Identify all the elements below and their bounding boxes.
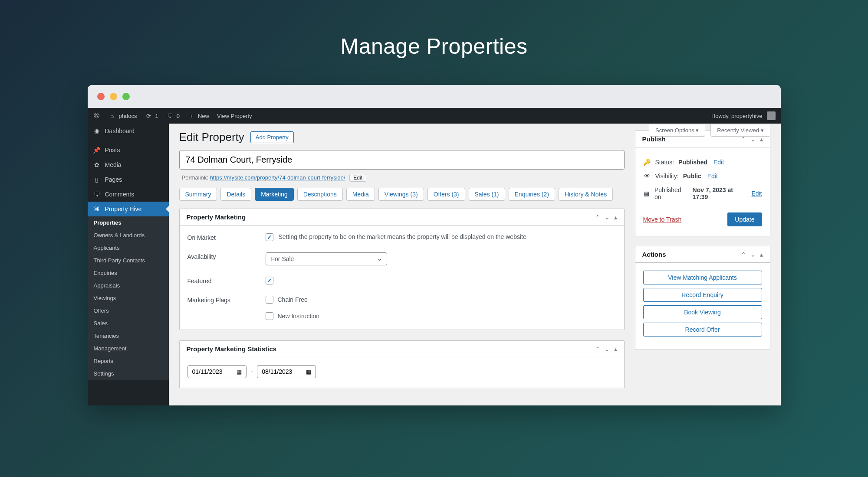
wp-logo[interactable]: ⓦ (93, 112, 101, 120)
comments-link[interactable]: 🗨0 (166, 113, 180, 119)
stats-postbox: Property Marketing Statistics ⌃ ⌄ ▴ 01/1… (179, 340, 625, 388)
record-offer-button[interactable]: Record Offer (643, 323, 762, 337)
sidebar-item-propertyhive[interactable]: ⌘Property Hive (88, 202, 169, 216)
move-down-icon[interactable]: ⌄ (605, 346, 610, 353)
screen-options-label: Screen Options (655, 127, 694, 134)
sidebar-item-dashboard[interactable]: ◉Dashboard (88, 124, 169, 138)
tab-summary[interactable]: Summary (179, 188, 217, 201)
move-up-icon[interactable]: ⌃ (741, 251, 746, 258)
media-icon: ✿ (93, 161, 101, 168)
collapse-icon[interactable]: ▴ (760, 251, 763, 258)
recently-viewed-label: Recently Viewed (717, 127, 759, 134)
site-name-link[interactable]: ⌂phdocs (108, 113, 137, 119)
tab-offers[interactable]: Offers (3) (427, 188, 465, 201)
tab-sales[interactable]: Sales (1) (469, 188, 505, 201)
status-edit-link[interactable]: Edit (713, 159, 724, 166)
book-viewing-button[interactable]: Book Viewing (643, 305, 762, 319)
move-to-trash-link[interactable]: Move to Trash (643, 216, 682, 223)
chain-free-checkbox[interactable] (266, 296, 273, 304)
browser-chrome (88, 85, 781, 108)
featured-checkbox[interactable] (266, 277, 273, 284)
tab-details[interactable]: Details (220, 188, 251, 201)
move-down-icon[interactable]: ⌄ (750, 251, 756, 258)
on-market-checkbox[interactable] (266, 233, 273, 241)
tab-media[interactable]: Media (346, 188, 375, 201)
sidebar-item-comments[interactable]: 🗨Comments (88, 187, 169, 202)
window-close-dot[interactable] (97, 93, 105, 100)
sidebar-sub-management[interactable]: Management (88, 342, 169, 355)
sidebar-sub-viewings[interactable]: Viewings (88, 292, 169, 304)
add-property-button[interactable]: Add Property (250, 131, 294, 143)
move-up-icon[interactable]: ⌃ (595, 346, 600, 353)
permalink-row: Permalink: https://mysite.com/property/7… (179, 170, 625, 188)
recently-viewed-tab[interactable]: Recently Viewed ▾ (710, 124, 770, 137)
calendar-icon: ▦ (643, 190, 650, 197)
key-icon: 🔑 (643, 159, 651, 166)
howdy-text[interactable]: Howdy, propertyhive (711, 113, 763, 119)
collapse-icon[interactable]: ▴ (614, 214, 617, 221)
update-button[interactable]: Update (727, 212, 762, 226)
move-down-icon[interactable]: ⌄ (605, 214, 610, 221)
plus-icon: + (187, 113, 195, 119)
sidebar-submenu: Properties Owners & Landlords Applicants… (88, 216, 169, 380)
published-edit-link[interactable]: Edit (751, 190, 762, 197)
comment-icon: 🗨 (93, 191, 101, 198)
visibility-edit-link[interactable]: Edit (707, 173, 718, 180)
sidebar-item-media[interactable]: ✿Media (88, 157, 169, 172)
sidebar-sub-enquiries[interactable]: Enquiries (88, 267, 169, 279)
date-to-input[interactable]: 08/11/2023 ▦ (257, 365, 316, 378)
date-from-value: 01/11/2023 (192, 368, 223, 375)
sidebar-sub-reports[interactable]: Reports (88, 355, 169, 367)
sidebar-item-posts[interactable]: 📌Posts (88, 143, 169, 157)
view-property-link[interactable]: View Property (217, 113, 252, 119)
browser-window: ⓦ ⌂phdocs ⟳1 🗨0 +New View Property Howdy… (88, 85, 781, 405)
new-link[interactable]: +New (187, 113, 209, 119)
sidebar-sub-properties[interactable]: Properties (88, 216, 169, 229)
window-minimize-dot[interactable] (110, 93, 117, 100)
sidebar-sub-third-party[interactable]: Third Party Contacts (88, 254, 169, 267)
tab-history[interactable]: History & Notes (559, 188, 613, 201)
sidebar-sub-appraisals[interactable]: Appraisals (88, 279, 169, 292)
actions-postbox: Actions ⌃ ⌄ ▴ View Matching Applicants R… (635, 246, 770, 350)
sidebar-label: Pages (105, 176, 122, 183)
property-title-input[interactable] (179, 150, 625, 170)
permalink-edit-button[interactable]: Edit (349, 174, 366, 182)
status-value: Published (678, 159, 707, 166)
page-title: Edit Property (179, 131, 244, 144)
sidebar-sub-sales[interactable]: Sales (88, 317, 169, 330)
window-maximize-dot[interactable] (122, 93, 130, 100)
publish-postbox: Publish ⌃ ⌄ ▴ 🔑 Status: Publishe (635, 131, 770, 236)
tab-viewings[interactable]: Viewings (3) (378, 188, 424, 201)
sidebar-label: Property Hive (105, 206, 142, 212)
tab-descriptions[interactable]: Descriptions (297, 188, 343, 201)
collapse-icon[interactable]: ▴ (614, 346, 617, 353)
record-enquiry-button[interactable]: Record Enquiry (643, 288, 762, 302)
admin-sidebar: ◉Dashboard 📌Posts ✿Media ▯Pages 🗨Comment… (88, 124, 169, 405)
chevron-down-icon: ▾ (696, 127, 699, 134)
sidebar-sub-tenancies[interactable]: Tenancies (88, 330, 169, 342)
sidebar-label: Media (105, 161, 122, 168)
new-instruction-checkbox[interactable] (266, 312, 273, 320)
chain-free-label: Chain Free (278, 296, 308, 303)
date-from-input[interactable]: 01/11/2023 ▦ (187, 365, 247, 378)
avatar[interactable] (767, 111, 776, 120)
availability-select[interactable]: For Sale (266, 252, 387, 265)
move-up-icon[interactable]: ⌃ (595, 214, 600, 221)
date-to-value: 08/11/2023 (262, 368, 292, 375)
tab-marketing[interactable]: Marketing (255, 188, 293, 201)
dashboard-icon: ◉ (93, 127, 101, 134)
sidebar-sub-applicants[interactable]: Applicants (88, 242, 169, 254)
sidebar-sub-owners[interactable]: Owners & Landlords (88, 229, 169, 242)
comment-icon: 🗨 (166, 113, 174, 119)
wordpress-icon: ⓦ (93, 112, 101, 120)
permalink-link[interactable]: https://mysite.com/property/74-dolman-co… (210, 174, 345, 181)
tab-enquiries[interactable]: Enquiries (2) (509, 188, 555, 201)
sidebar-sub-offers[interactable]: Offers (88, 304, 169, 317)
screen-options-tab[interactable]: Screen Options ▾ (649, 124, 705, 137)
on-market-label: On Market (187, 233, 266, 241)
view-matching-button[interactable]: View Matching Applicants (643, 271, 762, 284)
sidebar-item-pages[interactable]: ▯Pages (88, 172, 169, 187)
stats-title: Property Marketing Statistics (187, 345, 277, 353)
sidebar-sub-settings[interactable]: Settings (88, 367, 169, 380)
updates-link[interactable]: ⟳1 (145, 113, 158, 119)
